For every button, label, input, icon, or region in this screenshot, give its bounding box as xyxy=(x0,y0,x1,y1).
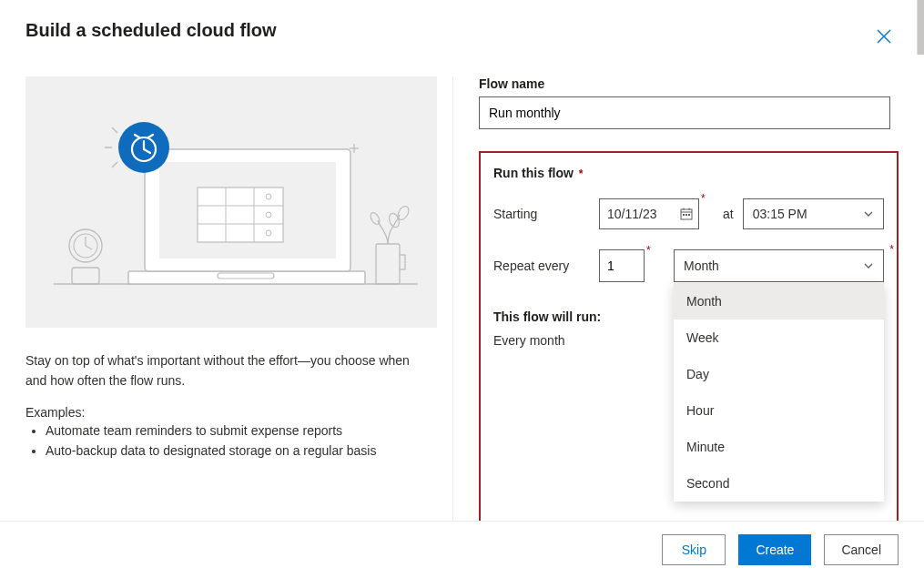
scrollbar-thumb[interactable] xyxy=(917,0,924,55)
title-row: Build a scheduled cloud flow xyxy=(25,20,899,47)
examples-heading: Examples: xyxy=(25,405,432,420)
examples-item: Automate team reminders to submit expens… xyxy=(46,421,432,441)
unit-option-second[interactable]: Second xyxy=(674,465,884,502)
unit-option-day[interactable]: Day xyxy=(674,356,884,392)
unit-dropdown-list: Month Week Day Hour Minute Second xyxy=(674,283,884,502)
svg-rect-31 xyxy=(376,244,400,284)
run-section-heading: Run this flow * xyxy=(493,166,884,180)
starting-row: Starting 10/11/23 xyxy=(493,198,884,229)
cancel-button[interactable]: Cancel xyxy=(824,534,899,565)
start-date-input[interactable]: 10/11/23 xyxy=(599,198,699,229)
dialog-footer: Skip Create Cancel xyxy=(0,521,924,578)
illustration-svg xyxy=(36,93,427,311)
unit-option-month[interactable]: Month xyxy=(674,283,884,319)
right-panel: Flow name Run this flow * Starting 10/11… xyxy=(453,76,899,532)
unit-option-minute[interactable]: Minute xyxy=(674,429,884,465)
calendar-icon xyxy=(680,208,693,220)
repeat-row: Repeat every * Month * Month xyxy=(493,249,884,282)
close-button[interactable] xyxy=(873,25,895,47)
svg-rect-26 xyxy=(72,268,99,284)
examples-item: Auto-backup data to designated storage o… xyxy=(46,441,432,461)
at-label: at xyxy=(723,207,734,221)
svg-rect-43 xyxy=(685,214,687,216)
repeat-label: Repeat every xyxy=(493,259,599,273)
chevron-down-icon xyxy=(863,208,874,219)
svg-line-30 xyxy=(86,246,92,249)
unit-option-week[interactable]: Week xyxy=(674,319,884,356)
create-button[interactable]: Create xyxy=(738,534,811,565)
run-section-heading-text: Run this flow xyxy=(493,166,574,180)
flow-name-label: Flow name xyxy=(479,76,899,91)
chevron-down-icon xyxy=(863,260,874,271)
dialog-root: Build a scheduled cloud flow xyxy=(0,0,924,532)
svg-line-22 xyxy=(112,127,117,133)
run-schedule-section: Run this flow * Starting 10/11/23 xyxy=(479,151,899,532)
svg-line-23 xyxy=(112,162,117,167)
description-text: Stay on top of what's important without … xyxy=(25,351,432,390)
start-time-select[interactable]: 03:15 PM xyxy=(743,198,884,229)
dialog-title: Build a scheduled cloud flow xyxy=(25,20,277,41)
svg-rect-44 xyxy=(688,214,690,216)
required-star: * xyxy=(889,243,894,256)
start-time-value: 03:15 PM xyxy=(753,207,807,221)
skip-button[interactable]: Skip xyxy=(662,534,726,565)
close-icon xyxy=(877,29,891,44)
required-star: * xyxy=(646,244,651,257)
content-row: Stay on top of what's important without … xyxy=(25,76,899,532)
repeat-unit-select[interactable]: Month * Month Week Day Hour Minute S xyxy=(674,249,884,282)
illustration xyxy=(25,76,437,328)
svg-point-36 xyxy=(388,212,401,228)
start-date-value: 10/11/23 xyxy=(607,207,657,221)
unit-option-hour[interactable]: Hour xyxy=(674,392,884,429)
svg-rect-7 xyxy=(198,188,283,242)
required-star: * xyxy=(701,192,706,205)
repeat-unit-value: Month xyxy=(684,259,719,273)
examples-list: Automate team reminders to submit expens… xyxy=(25,421,432,461)
svg-rect-42 xyxy=(683,214,685,216)
repeat-count-input[interactable] xyxy=(599,249,645,282)
starting-label: Starting xyxy=(493,207,599,221)
flow-name-input[interactable] xyxy=(479,96,890,129)
left-panel: Stay on top of what's important without … xyxy=(25,76,453,532)
required-star: * xyxy=(579,167,584,180)
